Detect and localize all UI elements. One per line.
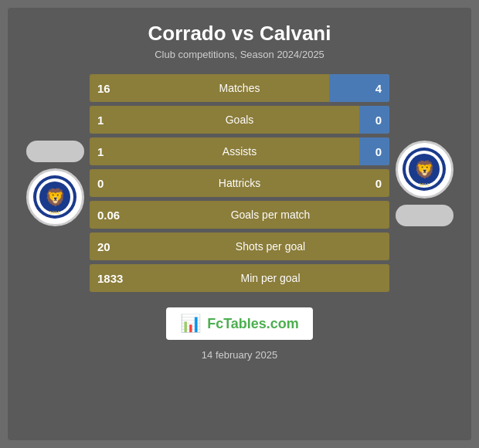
- stat-row-gpm: 0.06 Goals per match: [90, 201, 389, 229]
- stat-label-gpm: Goals per match: [151, 209, 389, 221]
- stat-left-assists: 1: [90, 145, 128, 158]
- fctables-chart-icon: 📊: [180, 314, 201, 334]
- stat-row-mpg: 1833 Min per goal: [90, 264, 389, 292]
- fctables-logo[interactable]: 📊 FcTables.com: [166, 307, 313, 340]
- stat-row-matches: 16 Matches 4: [90, 74, 389, 102]
- page-subtitle: Club competitions, Season 2024/2025: [155, 49, 324, 60]
- avatar-shape-left: [26, 141, 84, 162]
- stat-left-goals: 1: [90, 114, 128, 127]
- stat-label-assists: Assists: [128, 145, 351, 158]
- svg-text:1911: 1911: [419, 182, 430, 187]
- team-logo-left: 🦁 1911: [26, 168, 84, 226]
- stats-section: 🦁 1911 16 Matches 4 1 Goals 0: [20, 74, 459, 292]
- stat-right-goals: 0: [351, 114, 389, 127]
- page-title: Corrado vs Calvani: [148, 22, 331, 46]
- svg-text:🦁: 🦁: [414, 159, 436, 180]
- stat-label-mpg: Min per goal: [151, 272, 389, 284]
- stats-rows: 16 Matches 4 1 Goals 0 1 Assists 0 0: [90, 74, 389, 292]
- stat-label-matches: Matches: [128, 82, 351, 94]
- stat-val-spg: 20: [90, 240, 151, 253]
- stat-row-goals: 1 Goals 0: [90, 106, 389, 134]
- fctables-brand-suffix: Tables.com: [223, 316, 299, 331]
- stat-row-assists: 1 Assists 0: [90, 137, 389, 165]
- avatar-shape-right: [396, 205, 454, 226]
- avatar-left: 🦁 1911: [20, 141, 90, 226]
- stat-row-hattricks: 0 Hattricks 0: [90, 169, 389, 197]
- team-logo-right: 🦁 1911: [396, 141, 454, 199]
- stat-val-gpm: 0.06: [90, 209, 151, 222]
- fctables-brand-prefix: Fc: [207, 316, 223, 331]
- stat-label-hattricks: Hattricks: [128, 177, 351, 189]
- stat-left-hattricks: 0: [90, 177, 128, 190]
- avatar-right: 🦁 1911: [389, 141, 459, 226]
- stat-val-mpg: 1833: [90, 272, 151, 285]
- main-card: Corrado vs Calvani Club competitions, Se…: [8, 8, 471, 440]
- svg-text:🦁: 🦁: [45, 187, 66, 208]
- stat-right-assists: 0: [351, 145, 389, 158]
- stat-label-spg: Shots per goal: [151, 240, 389, 253]
- footer-date: 14 february 2025: [202, 349, 277, 361]
- stat-label-goals: Goals: [128, 114, 351, 126]
- stat-left-matches: 16: [90, 82, 128, 95]
- fctables-brand-text: FcTables.com: [207, 316, 299, 332]
- svg-text:1911: 1911: [49, 210, 60, 215]
- stat-row-spg: 20 Shots per goal: [90, 232, 389, 260]
- stat-right-hattricks: 0: [351, 177, 389, 190]
- stat-right-matches: 4: [351, 82, 389, 95]
